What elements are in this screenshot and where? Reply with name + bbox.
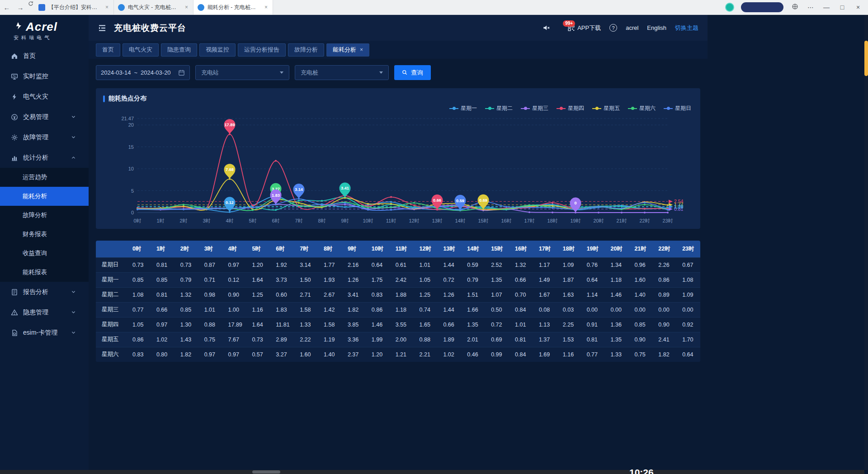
- page-title: 充电桩收费云平台: [114, 22, 186, 34]
- legend-item[interactable]: 星期三: [521, 104, 548, 112]
- legend-item[interactable]: 星期五: [592, 104, 620, 112]
- extension-icon[interactable]: [725, 3, 734, 12]
- language-switch[interactable]: English: [647, 24, 666, 31]
- table-cell: 2.42: [390, 272, 414, 287]
- table-cell: 3.85: [342, 317, 366, 332]
- back-icon[interactable]: ←: [0, 0, 14, 14]
- username[interactable]: acrel: [626, 24, 638, 31]
- page-tab[interactable]: 电气火灾: [123, 43, 159, 57]
- sidebar-item[interactable]: 故障管理: [0, 127, 89, 147]
- vertical-scrollbar-thumb[interactable]: [864, 41, 868, 76]
- report-icon: [11, 289, 18, 296]
- table-column-header: 23时: [676, 241, 700, 257]
- chevron-down-icon: [71, 330, 76, 336]
- tab-close-icon[interactable]: ×: [360, 47, 363, 53]
- svg-text:22时: 22时: [639, 218, 650, 223]
- svg-text:10时: 10时: [363, 218, 373, 223]
- sidebar-item-label: 隐患管理: [23, 308, 71, 317]
- pile-select[interactable]: 充电桩: [295, 65, 389, 80]
- notification-badge: 99+: [563, 20, 575, 27]
- table-cell: 0.90: [628, 332, 652, 347]
- forward-icon[interactable]: →: [14, 0, 27, 14]
- table-cell: 0.76: [581, 257, 605, 272]
- sidebar-item[interactable]: 电气火灾: [0, 86, 89, 107]
- sidebar-item[interactable]: 报告分析: [0, 282, 89, 302]
- extension-pill[interactable]: [741, 2, 783, 12]
- browser-tab[interactable]: 能耗分析 - 充电桩收费云平台×: [193, 0, 273, 14]
- tab-close-icon[interactable]: ×: [264, 4, 269, 10]
- close-icon[interactable]: ×: [854, 4, 863, 11]
- legend-item[interactable]: 星期二: [485, 104, 513, 112]
- page-tab[interactable]: 运营分析报告: [238, 43, 286, 57]
- table-cell: 1.58: [318, 317, 342, 332]
- minimize-icon[interactable]: —: [822, 4, 831, 11]
- sidebar-subitem[interactable]: 故障分析: [0, 206, 89, 225]
- table-cell: 1.20: [246, 257, 270, 272]
- sidebar-item[interactable]: 隐患管理: [0, 302, 89, 322]
- horizontal-scrollbar[interactable]: [0, 470, 864, 474]
- legend-item[interactable]: 星期日: [664, 104, 691, 112]
- svg-text:7.68: 7.68: [226, 167, 234, 172]
- stats-icon: [11, 154, 18, 161]
- table-cell: 1.70: [676, 332, 700, 347]
- globe-icon[interactable]: [790, 3, 799, 11]
- sidebar-subitem[interactable]: 收益查询: [0, 244, 89, 263]
- date-range-input[interactable]: 2024-03-14 ~ 2024-03-20: [96, 65, 190, 80]
- table-row: 星期二1.080.811.320.980.901.250.602.712.673…: [96, 287, 700, 302]
- tab-close-icon[interactable]: ×: [184, 4, 189, 10]
- collapse-menu-icon[interactable]: [98, 24, 107, 33]
- table-cell: 1.16: [246, 302, 270, 317]
- station-select[interactable]: 充电站: [195, 65, 289, 80]
- table-cell: 1.66: [461, 302, 485, 317]
- browser-tab[interactable]: 【平台介绍】安科瑞AcrelCloud-9×: [34, 0, 114, 14]
- table-cell: 3.41: [342, 287, 366, 302]
- legend-item[interactable]: 星期六: [628, 104, 656, 112]
- sidebar-item[interactable]: 实时监控: [0, 66, 89, 86]
- browser-tab[interactable]: 电气火灾 - 充电桩收费云平台×: [114, 0, 193, 14]
- sidebar-item[interactable]: esim-卡管理: [0, 322, 89, 343]
- page-tab[interactable]: 首页: [96, 43, 120, 57]
- brand-subtitle: 安科瑞电气: [14, 34, 89, 41]
- theme-switch-link[interactable]: 切换主题: [675, 24, 698, 32]
- refresh-icon[interactable]: [27, 0, 34, 7]
- page-tab[interactable]: 隐患查询: [161, 43, 197, 57]
- table-cell: 0.81: [151, 287, 175, 302]
- table-cell: 0.85: [151, 272, 175, 287]
- help-icon[interactable]: ?: [609, 24, 617, 32]
- mute-icon[interactable]: [542, 24, 550, 32]
- table-cell: 1.18: [605, 272, 629, 287]
- table-cell: 0.90: [652, 317, 676, 332]
- sidebar-subitem[interactable]: 财务报表: [0, 225, 89, 244]
- table-cell: 3.36: [342, 332, 366, 347]
- sidebar-item-label: 首页: [23, 52, 81, 60]
- horizontal-scrollbar-thumb[interactable]: [252, 470, 280, 474]
- legend-item[interactable]: 星期一: [449, 104, 477, 112]
- table-cell: 1.25: [246, 287, 270, 302]
- sidebar-subitem[interactable]: 能耗分析: [0, 187, 89, 206]
- more-options-icon[interactable]: ⋯: [806, 4, 815, 11]
- table-cell: 0.73: [127, 257, 151, 272]
- table-cell: 2.01: [461, 332, 485, 347]
- sidebar-item[interactable]: 交易管理: [0, 107, 89, 127]
- table-cell: 0.92: [676, 317, 700, 332]
- title-bar-mark: [103, 95, 105, 102]
- table-cell: 1.64: [246, 272, 270, 287]
- sidebar-subitem[interactable]: 能耗报表: [0, 263, 89, 282]
- table-cell: 1.40: [318, 347, 342, 362]
- page-tab[interactable]: 视频监控: [199, 43, 236, 57]
- page-tab-label: 隐患查询: [167, 46, 191, 54]
- table-cell: 0.03: [557, 302, 581, 317]
- calendar-icon: [178, 69, 185, 76]
- sidebar-item[interactable]: 首页: [0, 46, 89, 66]
- legend-item[interactable]: 星期四: [557, 104, 584, 112]
- vertical-scrollbar[interactable]: [864, 15, 868, 470]
- sidebar-subitem[interactable]: 运营趋势: [0, 168, 89, 187]
- search-button[interactable]: 查询: [394, 65, 431, 80]
- sidebar-item[interactable]: 统计分析: [0, 147, 89, 168]
- table-cell: 0.46: [461, 347, 485, 362]
- page-tab[interactable]: 能耗分析×: [326, 43, 369, 57]
- maximize-icon[interactable]: □: [838, 4, 847, 11]
- page-tab[interactable]: 故障分析: [288, 43, 324, 57]
- tab-close-icon[interactable]: ×: [104, 4, 109, 10]
- table-column-header: 9时: [342, 241, 366, 257]
